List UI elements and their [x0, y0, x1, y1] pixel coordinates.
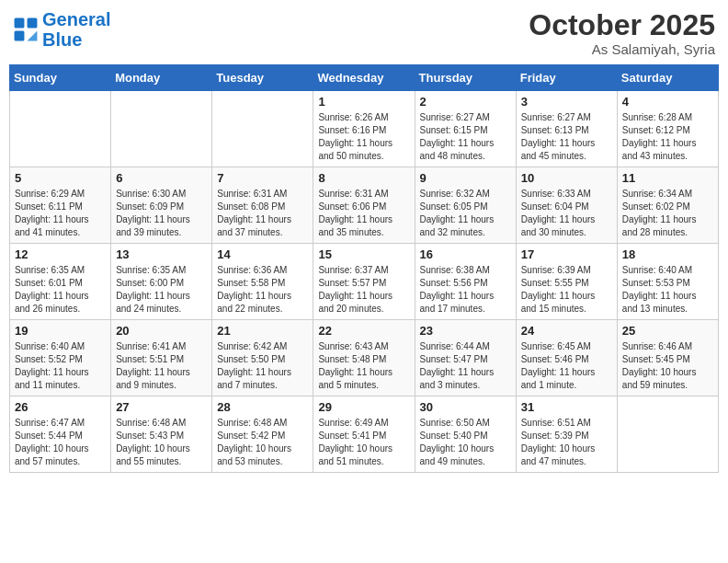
day-number: 23: [420, 324, 511, 338]
day-info: Sunrise: 6:45 AM Sunset: 5:46 PM Dayligh…: [521, 340, 612, 392]
day-number: 21: [217, 324, 308, 338]
day-info: Sunrise: 6:38 AM Sunset: 5:56 PM Dayligh…: [420, 264, 511, 316]
day-info: Sunrise: 6:48 AM Sunset: 5:42 PM Dayligh…: [217, 417, 308, 468]
day-info: Sunrise: 6:43 AM Sunset: 5:48 PM Dayligh…: [318, 340, 409, 392]
day-info: Sunrise: 6:41 AM Sunset: 5:51 PM Dayligh…: [116, 340, 207, 392]
day-cell: [111, 91, 212, 167]
day-info: Sunrise: 6:35 AM Sunset: 6:00 PM Dayligh…: [116, 264, 207, 316]
weekday-header-thursday: Thursday: [415, 65, 516, 91]
day-info: Sunrise: 6:40 AM Sunset: 5:53 PM Dayligh…: [622, 264, 713, 316]
day-info: Sunrise: 6:39 AM Sunset: 5:55 PM Dayligh…: [521, 264, 612, 316]
day-cell: 25Sunrise: 6:46 AM Sunset: 5:45 PM Dayli…: [617, 320, 718, 396]
day-info: Sunrise: 6:37 AM Sunset: 5:57 PM Dayligh…: [318, 264, 409, 316]
day-cell: 8Sunrise: 6:31 AM Sunset: 6:06 PM Daylig…: [313, 167, 415, 244]
day-number: 8: [318, 171, 409, 185]
day-number: 10: [521, 171, 612, 185]
day-number: 27: [116, 400, 207, 414]
day-info: Sunrise: 6:27 AM Sunset: 6:15 PM Dayligh…: [420, 111, 511, 163]
day-cell: 9Sunrise: 6:32 AM Sunset: 6:05 PM Daylig…: [415, 167, 516, 244]
day-cell: 19Sunrise: 6:40 AM Sunset: 5:52 PM Dayli…: [10, 320, 111, 396]
title-block: October 2025 As Salamiyah, Syria: [529, 9, 715, 57]
calendar-table: SundayMondayTuesdayWednesdayThursdayFrid…: [9, 64, 719, 473]
day-cell: 13Sunrise: 6:35 AM Sunset: 6:00 PM Dayli…: [111, 244, 212, 320]
day-cell: 10Sunrise: 6:33 AM Sunset: 6:04 PM Dayli…: [516, 167, 617, 244]
svg-rect-0: [15, 18, 25, 29]
day-cell: 21Sunrise: 6:42 AM Sunset: 5:50 PM Dayli…: [212, 320, 313, 396]
day-number: 14: [217, 247, 308, 261]
day-number: 29: [318, 400, 409, 414]
day-cell: 12Sunrise: 6:35 AM Sunset: 6:01 PM Dayli…: [10, 244, 111, 320]
day-info: Sunrise: 6:26 AM Sunset: 6:16 PM Dayligh…: [318, 111, 409, 163]
day-number: 2: [420, 95, 511, 109]
day-number: 6: [116, 171, 207, 185]
weekday-header-saturday: Saturday: [617, 65, 718, 91]
day-number: 3: [521, 95, 612, 109]
week-row-4: 19Sunrise: 6:40 AM Sunset: 5:52 PM Dayli…: [10, 320, 719, 396]
svg-rect-1: [28, 18, 38, 29]
day-cell: 18Sunrise: 6:40 AM Sunset: 5:53 PM Dayli…: [617, 244, 718, 320]
day-info: Sunrise: 6:36 AM Sunset: 5:58 PM Dayligh…: [217, 264, 308, 316]
day-info: Sunrise: 6:31 AM Sunset: 6:08 PM Dayligh…: [217, 188, 308, 239]
day-cell: 24Sunrise: 6:45 AM Sunset: 5:46 PM Dayli…: [516, 320, 617, 396]
day-number: 1: [318, 95, 409, 109]
day-number: 19: [15, 324, 106, 338]
day-number: 22: [318, 324, 409, 338]
logo-icon: [13, 17, 39, 42]
day-info: Sunrise: 6:35 AM Sunset: 6:01 PM Dayligh…: [15, 264, 106, 316]
svg-rect-2: [15, 31, 25, 41]
day-cell: 6Sunrise: 6:30 AM Sunset: 6:09 PM Daylig…: [111, 167, 212, 244]
day-info: Sunrise: 6:48 AM Sunset: 5:43 PM Dayligh…: [116, 417, 207, 468]
day-info: Sunrise: 6:40 AM Sunset: 5:52 PM Dayligh…: [15, 340, 106, 392]
day-info: Sunrise: 6:46 AM Sunset: 5:45 PM Dayligh…: [622, 340, 713, 392]
day-cell: 26Sunrise: 6:47 AM Sunset: 5:44 PM Dayli…: [10, 396, 111, 473]
day-info: Sunrise: 6:47 AM Sunset: 5:44 PM Dayligh…: [15, 417, 106, 468]
day-number: 13: [116, 247, 207, 261]
week-row-2: 5Sunrise: 6:29 AM Sunset: 6:11 PM Daylig…: [10, 167, 719, 244]
day-cell: 2Sunrise: 6:27 AM Sunset: 6:15 PM Daylig…: [415, 91, 516, 167]
day-cell: 16Sunrise: 6:38 AM Sunset: 5:56 PM Dayli…: [415, 244, 516, 320]
day-number: 16: [420, 247, 511, 261]
svg-marker-3: [28, 31, 38, 41]
day-info: Sunrise: 6:50 AM Sunset: 5:40 PM Dayligh…: [420, 417, 511, 468]
day-number: 5: [15, 171, 106, 185]
day-cell: 22Sunrise: 6:43 AM Sunset: 5:48 PM Dayli…: [313, 320, 415, 396]
weekday-header-row: SundayMondayTuesdayWednesdayThursdayFrid…: [10, 65, 719, 91]
week-row-1: 1Sunrise: 6:26 AM Sunset: 6:16 PM Daylig…: [10, 91, 719, 167]
day-number: 15: [318, 247, 409, 261]
day-cell: [212, 91, 313, 167]
day-cell: 1Sunrise: 6:26 AM Sunset: 6:16 PM Daylig…: [313, 91, 415, 167]
weekday-header-monday: Monday: [111, 65, 212, 91]
day-number: 20: [116, 324, 207, 338]
day-cell: 15Sunrise: 6:37 AM Sunset: 5:57 PM Dayli…: [313, 244, 415, 320]
day-number: 11: [622, 171, 713, 185]
day-number: 31: [521, 400, 612, 414]
day-number: 18: [622, 247, 713, 261]
week-row-3: 12Sunrise: 6:35 AM Sunset: 6:01 PM Dayli…: [10, 244, 719, 320]
day-cell: 23Sunrise: 6:44 AM Sunset: 5:47 PM Dayli…: [415, 320, 516, 396]
day-cell: [10, 91, 111, 167]
day-cell: 30Sunrise: 6:50 AM Sunset: 5:40 PM Dayli…: [415, 396, 516, 473]
day-cell: 27Sunrise: 6:48 AM Sunset: 5:43 PM Dayli…: [111, 396, 212, 473]
weekday-header-wednesday: Wednesday: [313, 65, 415, 91]
day-number: 7: [217, 171, 308, 185]
logo-text: General Blue: [42, 9, 110, 50]
weekday-header-tuesday: Tuesday: [212, 65, 313, 91]
day-number: 26: [15, 400, 106, 414]
day-info: Sunrise: 6:33 AM Sunset: 6:04 PM Dayligh…: [521, 188, 612, 239]
day-number: 28: [217, 400, 308, 414]
day-info: Sunrise: 6:29 AM Sunset: 6:11 PM Dayligh…: [15, 188, 106, 239]
day-info: Sunrise: 6:27 AM Sunset: 6:13 PM Dayligh…: [521, 111, 612, 163]
day-info: Sunrise: 6:31 AM Sunset: 6:06 PM Dayligh…: [318, 188, 409, 239]
day-number: 24: [521, 324, 612, 338]
weekday-header-friday: Friday: [516, 65, 617, 91]
day-info: Sunrise: 6:42 AM Sunset: 5:50 PM Dayligh…: [217, 340, 308, 392]
day-info: Sunrise: 6:51 AM Sunset: 5:39 PM Dayligh…: [521, 417, 612, 468]
day-number: 9: [420, 171, 511, 185]
day-info: Sunrise: 6:28 AM Sunset: 6:12 PM Dayligh…: [622, 111, 713, 163]
month-title: October 2025: [529, 9, 715, 41]
location-subtitle: As Salamiyah, Syria: [529, 41, 715, 57]
day-info: Sunrise: 6:34 AM Sunset: 6:02 PM Dayligh…: [622, 188, 713, 239]
week-row-5: 26Sunrise: 6:47 AM Sunset: 5:44 PM Dayli…: [10, 396, 719, 473]
day-cell: 28Sunrise: 6:48 AM Sunset: 5:42 PM Dayli…: [212, 396, 313, 473]
day-info: Sunrise: 6:44 AM Sunset: 5:47 PM Dayligh…: [420, 340, 511, 392]
